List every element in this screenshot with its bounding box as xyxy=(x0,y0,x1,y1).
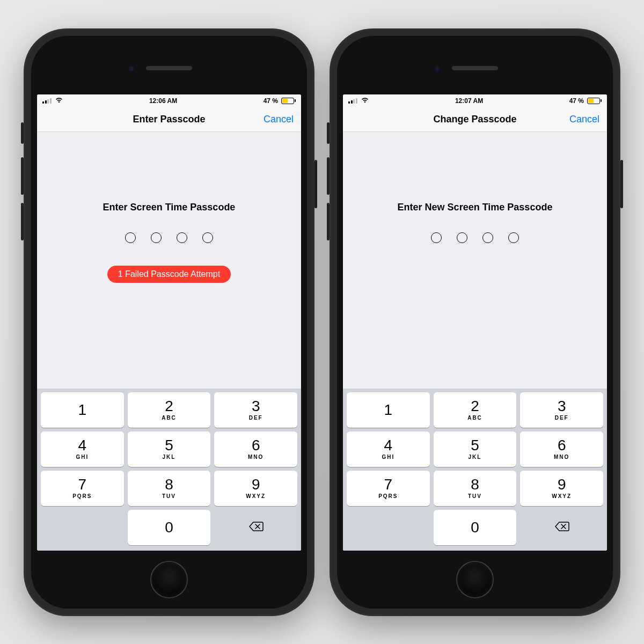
keypad-key-number: 0 xyxy=(165,520,173,535)
keypad-key-4[interactable]: 4GHI xyxy=(41,431,124,467)
keypad-key-letters: GHI xyxy=(382,454,394,460)
passcode-dots xyxy=(125,232,213,243)
power-button xyxy=(314,160,317,208)
keypad-key-4[interactable]: 4GHI xyxy=(347,431,430,467)
volume-up-button xyxy=(21,157,24,195)
cancel-button[interactable]: Cancel xyxy=(264,114,294,125)
keypad-key-9[interactable]: 9WXYZ xyxy=(214,471,297,506)
keypad-key-number: 1 xyxy=(78,402,87,418)
keypad-key-8[interactable]: 8TUV xyxy=(434,471,517,506)
wifi-icon xyxy=(361,97,369,105)
keypad-blank xyxy=(347,510,430,545)
keypad-delete-button[interactable] xyxy=(520,510,603,545)
battery-percent: 47 % xyxy=(569,97,584,105)
keypad-key-letters: MNO xyxy=(248,454,264,460)
volume-down-button xyxy=(327,203,330,240)
status-bar: 12:06 AM 47 % xyxy=(37,94,301,107)
keypad-key-letters: JKL xyxy=(469,454,482,460)
passcode-dot xyxy=(482,232,493,243)
keypad-key-6[interactable]: 6MNO xyxy=(214,431,297,467)
passcode-dot xyxy=(508,232,519,243)
failed-attempt-badge: 1 Failed Passcode Attempt xyxy=(107,266,231,283)
backspace-icon xyxy=(248,521,264,534)
keypad-key-7[interactable]: 7PQRS xyxy=(347,471,430,506)
volume-up-button xyxy=(327,157,330,195)
keypad-key-2[interactable]: 2ABC xyxy=(128,392,211,428)
front-camera xyxy=(128,65,135,72)
passcode-dots xyxy=(431,232,519,243)
battery-icon xyxy=(587,98,602,104)
backspace-icon xyxy=(554,521,569,534)
keypad-blank xyxy=(41,510,124,545)
keypad-key-2[interactable]: 2ABC xyxy=(434,392,517,428)
passcode-prompt: Enter Screen Time Passcode xyxy=(103,202,236,213)
navigation-bar: Change Passcode Cancel xyxy=(343,107,607,132)
keypad-key-letters: ABC xyxy=(162,415,177,421)
passcode-dot xyxy=(431,232,442,243)
numeric-keypad: 12ABC3DEF4GHI5JKL6MNO7PQRS8TUV9WXYZ0 xyxy=(37,389,301,551)
keypad-key-8[interactable]: 8TUV xyxy=(128,471,211,506)
keypad-key-number: 4 xyxy=(384,438,393,453)
keypad-key-number: 5 xyxy=(471,438,479,453)
keypad-key-number: 8 xyxy=(165,477,173,492)
keypad-key-5[interactable]: 5JKL xyxy=(434,431,517,467)
keypad-key-9[interactable]: 9WXYZ xyxy=(520,471,603,506)
keypad-key-3[interactable]: 3DEF xyxy=(214,392,297,428)
mute-switch xyxy=(21,122,24,144)
navigation-bar: Enter Passcode Cancel xyxy=(37,107,301,132)
keypad-key-0[interactable]: 0 xyxy=(434,510,517,545)
phone-bottom-bezel xyxy=(343,551,607,609)
keypad-key-1[interactable]: 1 xyxy=(347,392,430,428)
keypad-key-number: 4 xyxy=(78,438,87,453)
status-time: 12:07 AM xyxy=(455,97,483,105)
battery-percent: 47 % xyxy=(264,97,278,105)
passcode-content: Enter New Screen Time Passcode xyxy=(343,132,607,389)
keypad-key-number: 1 xyxy=(384,402,393,418)
keypad-key-letters: MNO xyxy=(554,454,569,460)
keypad-delete-button[interactable] xyxy=(214,510,297,545)
screen: 12:07 AM 47 % Change Passcode Cancel Ent… xyxy=(343,94,607,551)
home-button[interactable] xyxy=(456,561,494,598)
earpiece-speaker xyxy=(146,66,192,70)
wifi-icon xyxy=(55,97,63,105)
keypad-key-letters: WXYZ xyxy=(246,493,266,499)
passcode-dot xyxy=(177,232,187,243)
keypad-key-letters: DEF xyxy=(249,415,263,421)
keypad-key-number: 2 xyxy=(165,399,173,414)
keypad-key-number: 3 xyxy=(252,399,260,414)
passcode-content: Enter Screen Time Passcode 1 Failed Pass… xyxy=(37,132,301,389)
passcode-dot xyxy=(151,232,162,243)
cancel-button[interactable]: Cancel xyxy=(569,114,599,125)
battery-icon xyxy=(281,98,296,104)
front-camera xyxy=(434,65,441,72)
keypad-key-letters: JKL xyxy=(163,454,176,460)
keypad-key-letters: ABC xyxy=(467,415,482,421)
keypad-key-6[interactable]: 6MNO xyxy=(520,431,603,467)
keypad-key-letters: DEF xyxy=(555,415,569,421)
keypad-key-number: 5 xyxy=(165,438,173,453)
keypad-key-1[interactable]: 1 xyxy=(41,392,124,428)
keypad-key-number: 7 xyxy=(384,477,393,492)
passcode-prompt: Enter New Screen Time Passcode xyxy=(398,202,553,213)
power-button xyxy=(620,160,623,208)
keypad-key-number: 8 xyxy=(471,477,479,492)
home-button[interactable] xyxy=(150,561,188,598)
keypad-key-number: 7 xyxy=(78,477,87,492)
status-time: 12:06 AM xyxy=(149,97,177,105)
cellular-signal-icon xyxy=(348,98,357,104)
nav-title: Enter Passcode xyxy=(133,114,205,125)
keypad-key-letters: GHI xyxy=(76,454,89,460)
phone-mockup-right: 12:07 AM 47 % Change Passcode Cancel Ent… xyxy=(330,28,620,616)
keypad-key-number: 0 xyxy=(471,520,479,535)
keypad-key-number: 6 xyxy=(252,438,260,453)
keypad-key-3[interactable]: 3DEF xyxy=(520,392,603,428)
keypad-key-0[interactable]: 0 xyxy=(128,510,211,545)
keypad-key-letters: TUV xyxy=(162,493,176,499)
screen: 12:06 AM 47 % Enter Passcode Cancel Ente… xyxy=(37,94,301,551)
phone-mockup-left: 12:06 AM 47 % Enter Passcode Cancel Ente… xyxy=(24,28,314,616)
keypad-key-number: 9 xyxy=(558,477,566,492)
keypad-key-5[interactable]: 5JKL xyxy=(128,431,211,467)
keypad-key-letters: PQRS xyxy=(378,493,398,499)
numeric-keypad: 12ABC3DEF4GHI5JKL6MNO7PQRS8TUV9WXYZ0 xyxy=(343,389,607,551)
keypad-key-7[interactable]: 7PQRS xyxy=(41,471,124,506)
